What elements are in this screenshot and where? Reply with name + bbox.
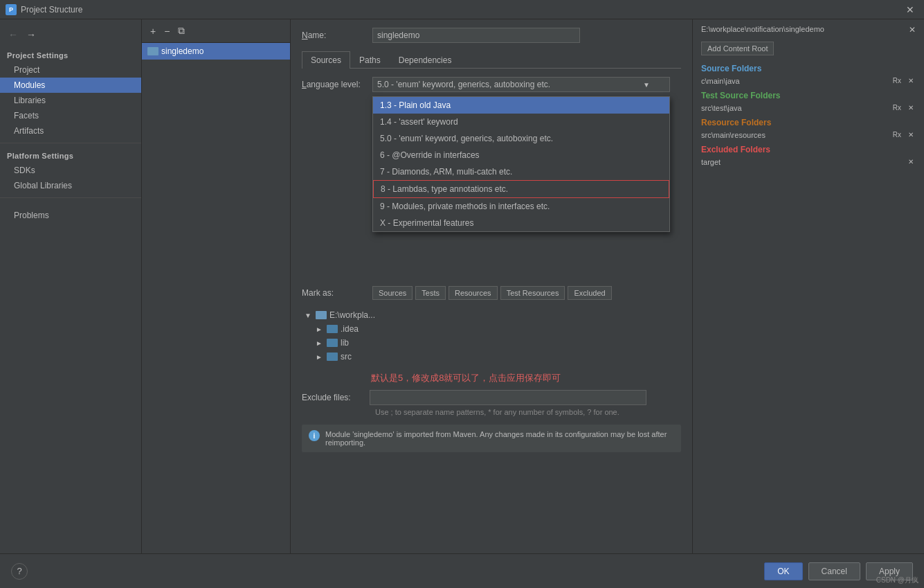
exclude-input[interactable]: [370, 390, 646, 405]
dropdown-item-5.0[interactable]: 5.0 - 'enum' keyword, generics, autoboxi…: [373, 130, 669, 147]
dropdown-arrow-icon: ▼: [643, 81, 650, 89]
sidebar-item-libraries[interactable]: Libraries: [0, 93, 141, 108]
tree-item-src[interactable]: ► src: [313, 350, 681, 364]
right-panel-close[interactable]: ✕: [909, 25, 916, 35]
title-bar: P Project Structure ✕: [0, 0, 924, 19]
window-title: Project Structure: [21, 5, 82, 15]
cancel-button[interactable]: Cancel: [808, 562, 860, 580]
main-container: ← → Project Settings Project Modules Lib…: [0, 19, 924, 553]
copy-module-button[interactable]: ⧉: [175, 24, 188, 38]
source-path-remove-button[interactable]: ✕: [906, 76, 916, 85]
dropdown-item-8[interactable]: 8 - Lambdas, type annotations etc.: [373, 180, 669, 198]
excluded-remove-button[interactable]: ✕: [906, 157, 916, 166]
ok-button[interactable]: OK: [764, 562, 802, 580]
exclude-hint: Use ; to separate name patterns, * for a…: [375, 408, 681, 416]
info-message: i Module 'singledemo' is imported from M…: [302, 425, 681, 452]
remove-module-button[interactable]: −: [161, 24, 172, 38]
tree-item-lib[interactable]: ► lib: [313, 336, 681, 350]
test-source-path-text: src\test\java: [701, 104, 742, 112]
source-path-actions: Rx ✕: [891, 76, 916, 85]
exclude-label: Exclude files:: [302, 393, 364, 402]
tree-item-idea[interactable]: ► .idea: [313, 322, 681, 336]
lib-folder-label: lib: [341, 338, 349, 348]
sidebar-divider: [0, 143, 141, 143]
source-path-row: c\main\java Rx ✕: [701, 76, 916, 85]
title-bar-left: P Project Structure: [6, 4, 82, 15]
resource-path-row: src\main\resources Rx ✕: [701, 130, 916, 139]
sidebar-item-artifacts[interactable]: Artifacts: [0, 123, 141, 139]
sidebar-item-sdks[interactable]: SDKs: [0, 163, 141, 178]
dropdown-item-7[interactable]: 7 - Diamonds, ARM, multi-catch etc.: [373, 163, 669, 180]
dropdown-item-6[interactable]: 6 - @Override in interfaces: [373, 147, 669, 163]
bottom-left: ?: [11, 563, 28, 580]
close-button[interactable]: ✕: [902, 3, 918, 17]
tree-item-root[interactable]: ▼ E:\workpla...: [302, 308, 681, 322]
dropdown-item-1.4[interactable]: 1.4 - 'assert' keyword: [373, 114, 669, 130]
mark-test-resources-button[interactable]: Test Resources: [500, 286, 565, 300]
info-message-text: Module 'singledemo' is imported from Mav…: [325, 430, 674, 447]
content-area: + − ⧉ singledemo Name: Sources Paths Dep…: [142, 19, 924, 553]
sidebar-item-global-libraries[interactable]: Global Libraries: [0, 178, 141, 193]
dropdown-item-9[interactable]: 9 - Modules, private methods in interfac…: [373, 198, 669, 215]
chinese-note: 默认是5，修改成8就可以了，点击应用保存即可: [371, 372, 681, 384]
dropdown-item-1.3[interactable]: 1.3 - Plain old Java: [373, 97, 669, 114]
resource-remove-button[interactable]: ✕: [906, 130, 916, 139]
sidebar-item-problems[interactable]: Problems: [7, 208, 134, 223]
bottom-bar: ? OK Cancel Apply: [0, 553, 924, 588]
name-row: Name:: [302, 28, 681, 43]
platform-settings-heading: Platform Settings: [0, 148, 141, 163]
dropdown-item-x[interactable]: X - Experimental features: [373, 215, 669, 231]
name-label: Name:: [302, 30, 364, 40]
src-folder-icon: [327, 353, 338, 361]
exclude-row: Exclude files:: [302, 390, 681, 405]
resource-folders-title: Resource Folders: [701, 118, 916, 127]
app-icon: P: [6, 4, 17, 15]
module-path-display: E:\workplace\notification\singledemo: [701, 25, 916, 33]
sidebar-item-modules[interactable]: Modules: [0, 78, 141, 93]
language-level-select[interactable]: 5.0 - 'enum' keyword, generics, autoboxi…: [372, 77, 670, 92]
name-input[interactable]: [372, 28, 580, 43]
sidebar-item-project[interactable]: Project: [0, 62, 141, 78]
language-level-select-wrapper: 5.0 - 'enum' keyword, generics, autoboxi…: [372, 77, 670, 92]
test-source-remove-button[interactable]: ✕: [906, 103, 916, 112]
tab-sources[interactable]: Sources: [302, 51, 350, 69]
resource-path-actions: Rx ✕: [891, 130, 916, 139]
idea-folder-icon: [327, 325, 338, 333]
module-item-singledemo[interactable]: singledemo: [142, 43, 290, 60]
lib-folder-icon: [327, 339, 338, 347]
info-icon: i: [309, 430, 320, 441]
add-module-button[interactable]: +: [147, 24, 158, 38]
nav-arrows: ← →: [0, 25, 141, 47]
test-source-folders-title: Test Source Folders: [701, 91, 916, 100]
mark-sources-button[interactable]: Sources: [372, 286, 413, 300]
tab-dependencies[interactable]: Dependencies: [390, 51, 461, 69]
language-level-dropdown: 1.3 - Plain old Java 1.4 - 'assert' keyw…: [372, 96, 670, 232]
root-folder-icon: [316, 311, 327, 319]
language-level-label: Language level:: [302, 80, 364, 89]
source-path-edit-button[interactable]: Rx: [891, 76, 903, 85]
tab-paths[interactable]: Paths: [350, 51, 390, 69]
mark-tests-button[interactable]: Tests: [415, 286, 446, 300]
excluded-path-text: target: [701, 158, 721, 166]
resource-edit-button[interactable]: Rx: [891, 130, 903, 139]
excluded-path-row: target ✕: [701, 157, 916, 166]
tree-expand-arrow: ▼: [305, 312, 313, 319]
test-source-path-actions: Rx ✕: [891, 103, 916, 112]
project-settings-heading: Project Settings: [0, 47, 141, 62]
mark-excluded-button[interactable]: Excluded: [568, 286, 611, 300]
right-panel: ✕ E:\workplace\notification\singledemo A…: [692, 19, 924, 553]
language-level-row: Language level: 5.0 - 'enum' keyword, ge…: [302, 77, 681, 92]
mark-resources-button[interactable]: Resources: [449, 286, 498, 300]
test-source-edit-button[interactable]: Rx: [891, 103, 903, 112]
excluded-path-actions: ✕: [906, 157, 916, 166]
forward-arrow[interactable]: →: [24, 28, 39, 42]
add-content-root-button[interactable]: Add Content Root: [701, 42, 774, 55]
help-button[interactable]: ?: [11, 563, 28, 580]
sidebar-divider-2: [0, 197, 141, 198]
back-arrow[interactable]: ←: [6, 28, 21, 42]
sidebar-item-facets[interactable]: Facets: [0, 108, 141, 123]
excluded-folders-title: Excluded Folders: [701, 145, 916, 154]
src-folder-label: src: [341, 352, 352, 362]
mark-buttons: Sources Tests Resources Test Resources E…: [372, 286, 612, 300]
module-item-label: singledemo: [161, 46, 203, 56]
